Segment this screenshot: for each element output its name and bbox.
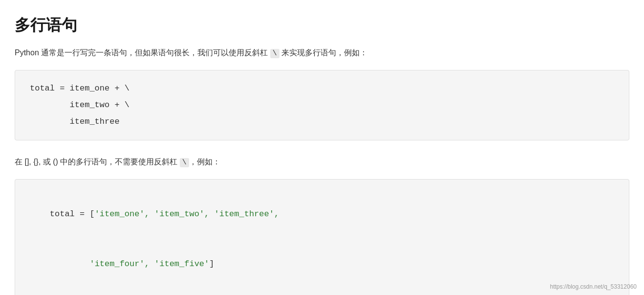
inline-code-backslash-1: \ xyxy=(270,49,279,58)
code-block-2-line2-suffix: ] xyxy=(209,259,214,269)
description-text-1b: 来实现多行语句，例如： xyxy=(279,48,367,57)
code-block-2-line2: 'item_four', 'item_five'] xyxy=(30,239,614,289)
description-paragraph-1: Python 通常是一行写完一条语句，但如果语句很长，我们可以使用反斜杠 \ 来… xyxy=(15,46,629,60)
description-text-1a: Python 通常是一行写完一条语句，但如果语句很长，我们可以使用反斜杠 xyxy=(15,48,270,57)
code-block-2-line1-items: 'item_one', 'item_two', 'item_three', xyxy=(95,209,279,219)
code-block-2: total = ['item_one', 'item_two', 'item_t… xyxy=(15,179,629,295)
code-block-1-line2: item_two + \ xyxy=(30,97,614,113)
code-block-1: total = item_one + \ item_two + \ item_t… xyxy=(15,70,629,140)
page-title: 多行语句 xyxy=(15,15,629,36)
code-block-2-line1: total = ['item_one', 'item_two', 'item_t… xyxy=(30,189,614,239)
code-block-2-line2-items: 'item_four', 'item_five' xyxy=(89,259,209,269)
description-text-2a: 在 [], {}, 或 () 中的多行语句，不需要使用反斜杠 xyxy=(15,158,180,166)
description-paragraph-2: 在 [], {}, 或 () 中的多行语句，不需要使用反斜杠 \，例如： xyxy=(15,155,629,169)
code-block-2-line1-prefix: total = [ xyxy=(50,209,95,219)
code-block-1-line3: item_three xyxy=(30,113,614,130)
description-text-2b: ，例如： xyxy=(189,158,220,166)
code-block-2-line2-indent xyxy=(50,259,90,269)
code-block-1-line1: total = item_one + \ xyxy=(30,80,614,97)
inline-code-backslash-2: \ xyxy=(180,158,189,167)
watermark: https://blog.csdn.net/q_53312060 xyxy=(550,283,637,290)
